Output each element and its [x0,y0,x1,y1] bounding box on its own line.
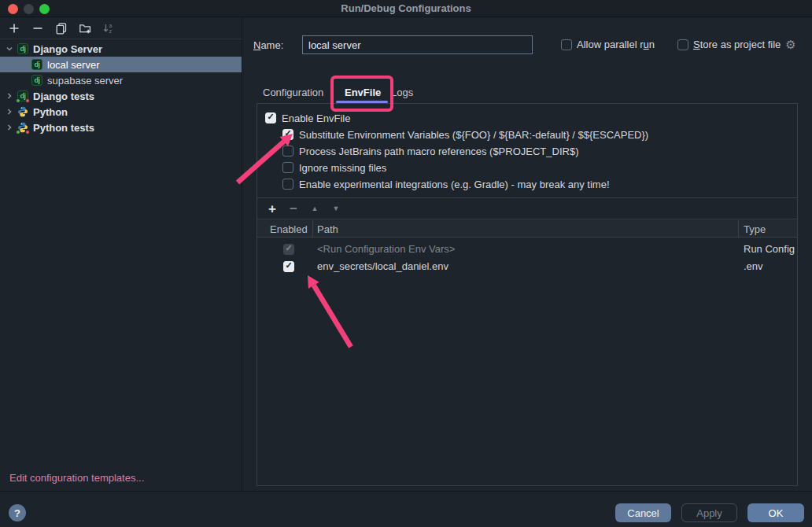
add-env-file-button[interactable]: + [265,201,279,216]
tree-item-django-tests[interactable]: dj Django tests [0,88,242,104]
copy-icon [55,22,68,35]
ok-button[interactable]: OK [747,503,804,522]
column-divider [312,220,313,238]
name-label: Name: [253,39,283,51]
python-tests-icon [17,122,28,133]
tree-item-label: Python tests [33,122,94,134]
svg-text:a: a [109,23,113,28]
tree-item-label: Python [33,106,68,118]
chevron-down-icon[interactable] [5,44,14,53]
env-files-toolbar: + − ▲ ▼ [257,198,797,219]
add-icon [8,22,20,35]
table-row-run-config-env-vars[interactable]: <Run Configuration Env Vars> Run Config [257,241,797,258]
tree-item-local-server[interactable]: dj local server [0,57,242,72]
substitute-env-vars-checkbox[interactable] [282,129,293,140]
tab-logs[interactable]: Logs [391,87,413,98]
tree-item-python-tests[interactable]: Python tests [0,120,242,135]
ignore-missing-files-checkbox[interactable] [282,162,293,173]
title-bar: Run/Debug Configurations [0,0,812,17]
process-path-macro-label: Process JetBrains path macro references … [299,146,578,157]
tree-item-label: Django Server [33,43,102,55]
env-files-table: + − ▲ ▼ Enabled Path Type <Run Configura… [257,197,797,486]
cancel-button[interactable]: Cancel [615,503,671,522]
allow-parallel-run-checkbox[interactable] [561,39,572,50]
store-as-project-file-option[interactable]: Store as project file ⚙ [677,39,796,50]
process-path-macro-checkbox[interactable] [282,146,293,157]
help-button[interactable]: ? [9,504,26,521]
move-up-button[interactable]: ▲ [308,201,322,216]
remove-icon [31,22,44,35]
table-row-env-secrets-file[interactable]: env_secrets/local_daniel.env .env [257,258,797,275]
table-header: Enabled Path Type [257,220,797,238]
configurations-sidebar: a z dj Django Server dj local server dj [0,17,242,491]
window-title: Run/Debug Configurations [0,2,812,14]
apply-button[interactable]: Apply [681,503,737,522]
row-type: .env [744,260,763,272]
enable-envfile-checkbox[interactable] [265,112,276,123]
python-icon [17,106,28,117]
row-enabled-checkbox[interactable] [283,261,294,272]
row-path: <Run Configuration Env Vars> [317,243,455,255]
experimental-integrations-option[interactable]: Enable experimental integrations (e.g. G… [282,177,610,191]
ignore-missing-files-option[interactable]: Ignore missing files [282,160,386,175]
column-header-type[interactable]: Type [744,223,766,235]
edit-configuration-templates-link[interactable]: Edit configuration templates... [9,472,144,484]
remove-configuration-button[interactable] [30,20,46,36]
row-path: env_secrets/local_daniel.env [317,260,448,272]
new-folder-button[interactable] [77,20,93,36]
experimental-integrations-label: Enable experimental integrations (e.g. G… [299,179,610,190]
enable-envfile-option[interactable]: Enable EnvFile [265,111,350,125]
tree-item-django-server[interactable]: dj Django Server [0,41,242,57]
allow-parallel-run-option[interactable]: Allow parallel run [561,39,655,50]
column-header-path[interactable]: Path [317,223,338,235]
column-header-enabled[interactable]: Enabled [270,223,308,235]
add-icon: + [268,202,276,216]
remove-env-file-button[interactable]: − [286,201,301,216]
tree-item-supabase-server[interactable]: dj supabase server [0,72,242,88]
row-enabled-checkbox [283,244,294,255]
row-type: Run Config [744,243,795,255]
store-as-project-file-checkbox[interactable] [677,39,688,50]
tree-item-label: Django tests [33,90,94,102]
arrow-down-icon: ▼ [333,205,340,212]
tree-item-label: local server [47,59,99,71]
django-tests-icon: dj [17,90,28,101]
experimental-integrations-checkbox[interactable] [282,179,293,190]
chevron-right-icon[interactable] [5,91,14,101]
svg-text:z: z [109,28,113,34]
run-debug-configurations-dialog: Run/Debug Configurations [0,0,812,527]
name-input[interactable] [302,35,533,54]
store-as-project-file-label: Store as project file [693,39,781,50]
chevron-right-icon[interactable] [5,123,14,132]
arrow-up-icon: ▲ [312,205,319,212]
envfile-panel: Enable EnvFile Substitute Environment Va… [257,103,798,486]
django-icon: dj [31,75,42,86]
django-icon: dj [17,43,28,54]
remove-icon: − [290,202,297,216]
enable-envfile-label: Enable EnvFile [282,112,350,124]
tree-item-python[interactable]: Python [0,104,242,120]
django-icon: dj [31,59,42,70]
ignore-missing-files-label: Ignore missing files [299,162,386,174]
copy-configuration-button[interactable] [54,20,69,36]
add-configuration-button[interactable] [6,20,22,36]
chevron-right-icon[interactable] [5,107,14,116]
move-down-button[interactable]: ▼ [329,201,343,216]
sort-configurations-button[interactable]: a z [101,20,116,36]
allow-parallel-run-label: Allow parallel run [577,39,655,50]
process-path-macro-option[interactable]: Process JetBrains path macro references … [282,144,578,158]
column-divider [738,220,739,238]
sidebar-toolbar: a z [0,17,242,39]
substitute-env-vars-option[interactable]: Substitute Environment Variables (${FOO}… [282,127,648,142]
substitute-env-vars-label: Substitute Environment Variables (${FOO}… [299,129,648,141]
sort-alphabetically-icon: a z [102,22,115,35]
gear-icon[interactable]: ⚙ [785,39,795,50]
tab-envfile[interactable]: EnvFile [345,87,381,98]
dialog-footer: ? Cancel Apply OK [0,491,812,527]
tree-item-label: supabase server [47,75,123,87]
tab-configuration[interactable]: Configuration [263,87,323,98]
new-folder-icon [79,22,91,35]
